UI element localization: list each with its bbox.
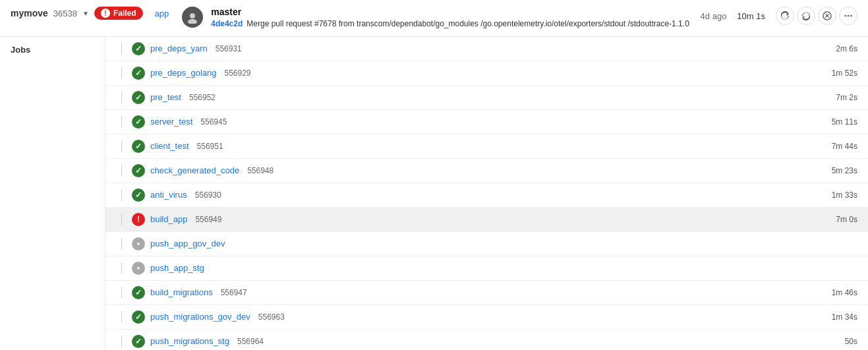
- connector-line: [116, 140, 127, 152]
- svg-point-5: [844, 15, 846, 17]
- job-row[interactable]: ✓push_migrations_gov_dev5569631m 34s: [105, 305, 868, 330]
- job-row[interactable]: ✓anti_virus5569301m 33s: [105, 183, 868, 208]
- job-duration: 7m 44s: [832, 142, 857, 151]
- job-id: 556949: [195, 215, 221, 224]
- pipeline-app[interactable]: app: [155, 9, 169, 18]
- job-id: 556931: [216, 44, 242, 53]
- job-row[interactable]: ✓server_test5569455m 11s: [105, 110, 868, 134]
- success-icon: ✓: [132, 286, 145, 299]
- rerun-button[interactable]: [797, 7, 815, 25]
- job-id: 556951: [197, 142, 223, 151]
- connector-line: [116, 189, 127, 201]
- job-id: 556964: [237, 337, 264, 346]
- retry-button[interactable]: [776, 7, 794, 25]
- job-name[interactable]: push_app_stg: [150, 263, 204, 273]
- pipeline-meta: 4d ago 10m 1s: [701, 7, 857, 25]
- job-id: 556963: [258, 312, 285, 322]
- job-name[interactable]: anti_virus: [150, 190, 187, 200]
- success-icon: ✓: [132, 310, 145, 324]
- success-icon: ✓: [132, 164, 145, 177]
- more-button[interactable]: [839, 7, 857, 25]
- job-row[interactable]: ✓pre_test5569527m 2s: [105, 86, 868, 110]
- job-duration: 2m 6s: [836, 44, 857, 53]
- pipeline-left: mymove 36538 ▼ ! Failed app: [11, 7, 169, 20]
- failed-icon: !: [101, 9, 110, 18]
- job-name[interactable]: client_test: [150, 141, 189, 151]
- job-name[interactable]: push_app_gov_dev: [150, 239, 225, 248]
- job-row[interactable]: ✓client_test5569517m 44s: [105, 134, 868, 159]
- duration: 10m 1s: [737, 11, 765, 21]
- job-duration: 5m 23s: [832, 166, 857, 175]
- job-duration: 1m 33s: [832, 190, 857, 200]
- jobs-label: Jobs: [0, 37, 105, 350]
- commit-hash[interactable]: 4de4c2d: [211, 19, 243, 28]
- job-id: 556945: [200, 117, 227, 127]
- job-name[interactable]: build_app: [150, 214, 187, 224]
- pipeline-center: master 4de4c2d Merge pull request #7678 …: [169, 7, 700, 30]
- svg-point-0: [190, 13, 195, 18]
- connector-line: [116, 165, 127, 177]
- job-name[interactable]: push_migrations_gov_dev: [150, 312, 250, 322]
- status-badge: ! Failed: [94, 7, 143, 20]
- connector-line: [116, 287, 127, 299]
- job-row[interactable]: ✓push_migrations_stg55696450s: [105, 330, 868, 350]
- time-ago: 4d ago: [701, 11, 727, 21]
- job-name[interactable]: push_migrations_stg: [150, 336, 229, 346]
- job-name[interactable]: check_generated_code: [150, 165, 239, 175]
- svg-point-1: [188, 19, 197, 24]
- connector-line: [116, 92, 127, 103]
- job-row[interactable]: ●push_app_gov_dev: [105, 232, 868, 256]
- commit-info: master 4de4c2d Merge pull request #7678 …: [211, 7, 700, 30]
- job-duration: 7m 0s: [836, 215, 857, 224]
- pending-icon: ●: [132, 262, 145, 275]
- job-name[interactable]: pre_test: [150, 92, 181, 102]
- connector-line: [116, 311, 127, 323]
- success-icon: ✓: [132, 335, 145, 348]
- avatar: [182, 7, 203, 28]
- job-row[interactable]: ●push_app_stg: [105, 256, 868, 281]
- pending-icon: ●: [132, 237, 145, 250]
- success-icon: ✓: [132, 91, 145, 104]
- connector-line: [116, 262, 127, 274]
- svg-point-6: [848, 15, 850, 17]
- job-row[interactable]: ✓build_migrations5569471m 46s: [105, 281, 868, 305]
- job-duration: 1m 34s: [832, 312, 857, 322]
- job-id: 556947: [221, 288, 247, 297]
- cancel-button[interactable]: [818, 7, 836, 25]
- connector-line: [116, 335, 127, 347]
- job-duration: 7m 2s: [836, 93, 857, 102]
- pipeline-header: mymove 36538 ▼ ! Failed app master 4de4c…: [0, 0, 868, 37]
- svg-point-7: [850, 15, 852, 17]
- job-row[interactable]: ✓pre_deps_golang5569291m 52s: [105, 61, 868, 86]
- failed-icon: !: [132, 213, 145, 226]
- job-row[interactable]: !build_app5569497m 0s: [105, 208, 868, 232]
- jobs-list: ✓pre_deps_yarn5569312m 6s✓pre_deps_golan…: [105, 37, 868, 350]
- success-icon: ✓: [132, 115, 145, 129]
- job-duration: 1m 46s: [832, 288, 857, 297]
- job-name[interactable]: server_test: [150, 117, 192, 127]
- connector-line: [116, 43, 127, 55]
- job-id: 556929: [224, 69, 250, 78]
- job-name[interactable]: build_migrations: [150, 287, 213, 297]
- job-name[interactable]: pre_deps_yarn: [150, 44, 208, 53]
- commit-message: Merge pull request #7678 from transcom/d…: [246, 18, 689, 30]
- success-icon: ✓: [132, 189, 145, 202]
- job-id: 556930: [195, 190, 221, 200]
- job-duration: 50s: [845, 337, 857, 346]
- pipeline-id: 36538: [53, 9, 77, 18]
- action-icons: [776, 7, 857, 25]
- job-id: 556948: [247, 166, 274, 175]
- connector-line: [116, 238, 127, 250]
- job-row[interactable]: ✓pre_deps_yarn5569312m 6s: [105, 37, 868, 61]
- success-icon: ✓: [132, 140, 145, 153]
- branch-name: master: [211, 7, 700, 17]
- success-icon: ✓: [132, 67, 145, 80]
- connector-line: [116, 214, 127, 225]
- job-row[interactable]: ✓check_generated_code5569485m 23s: [105, 159, 868, 183]
- job-duration: 5m 11s: [832, 117, 857, 127]
- job-id: 556952: [189, 93, 216, 102]
- pipeline-name: mymove: [11, 8, 48, 18]
- jobs-section: Jobs ✓pre_deps_yarn5569312m 6s✓pre_deps_…: [0, 37, 868, 350]
- job-name[interactable]: pre_deps_golang: [150, 68, 216, 78]
- dropdown-arrow-icon[interactable]: ▼: [82, 10, 89, 17]
